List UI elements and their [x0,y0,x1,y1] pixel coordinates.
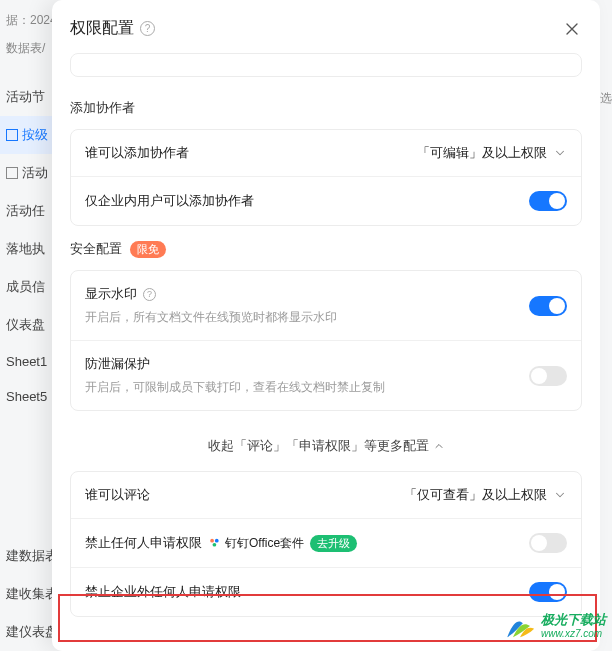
permission-panel: 权限配置 ? 添加协作者 谁可以添加协作者 「可编辑」及以上权限 仅企业内用户可… [52,0,600,651]
bg-breadcrumb: 数据表/ [0,36,51,61]
leak-label: 防泄漏保护 [85,355,385,373]
free-badge: 限免 [130,241,166,258]
forbid-any-request-toggle[interactable] [529,533,567,553]
card-placeholder [70,53,582,77]
forbid-any-request-label: 禁止任何人申请权限 钉钉Office套件 去升级 [85,534,357,552]
bg-create-item[interactable]: 建收集表 [0,575,52,613]
internal-only-label: 仅企业内用户可以添加协作者 [85,192,254,210]
bg-sheet-item[interactable]: Sheet5 [0,379,52,414]
forbid-external-request-row: 禁止企业外任何人申请权限 [71,567,581,616]
more-card: 谁可以评论 「仅可查看」及以上权限 禁止任何人申请权限 钉钉Office套件 去… [70,471,582,617]
chevron-down-icon [553,488,567,502]
bg-create-item[interactable]: 建数据表 [0,537,52,575]
who-can-comment-row[interactable]: 谁可以评论 「仅可查看」及以上权限 [71,472,581,518]
watermark-label: 显示水印 ? [85,285,337,303]
internal-only-row: 仅企业内用户可以添加协作者 [71,176,581,225]
forbid-any-request-row: 禁止任何人申请权限 钉钉Office套件 去升级 [71,518,581,567]
security-card: 显示水印 ? 开启后，所有文档文件在线预览时都将显示水印 防泄漏保护 开启后，可… [70,270,582,411]
bg-edge-text: 选 [600,90,612,107]
svg-point-1 [215,539,219,543]
collapse-more-link[interactable]: 收起「评论」「申请权限」等更多配置 [70,425,582,471]
section-title-security: 安全配置 限免 [70,240,582,258]
svg-point-2 [213,543,217,547]
internal-only-toggle[interactable] [529,191,567,211]
bg-create-item[interactable]: 建仪表盘 [0,613,52,651]
bg-sheet-item[interactable]: 活动节 [0,78,52,116]
help-icon[interactable]: ? [143,288,156,301]
leak-toggle[interactable] [529,366,567,386]
dingtalk-icon [208,536,222,550]
bg-sheet-item[interactable]: Sheet1 [0,344,52,379]
who-can-add-value: 「可编辑」及以上权限 [417,144,567,162]
chevron-up-icon [433,440,445,452]
svg-point-0 [210,539,214,543]
who-can-comment-label: 谁可以评论 [85,486,150,504]
chevron-down-icon [553,146,567,160]
bg-sheet-item[interactable]: 仪表盘 [0,306,52,344]
who-can-comment-value: 「仅可查看」及以上权限 [404,486,567,504]
who-can-add-row[interactable]: 谁可以添加协作者 「可编辑」及以上权限 [71,130,581,176]
watermark-row: 显示水印 ? 开启后，所有文档文件在线预览时都将显示水印 [71,271,581,340]
help-icon[interactable]: ? [140,21,155,36]
bg-sheet-item[interactable]: 按级 [0,116,52,154]
who-can-add-label: 谁可以添加协作者 [85,144,189,162]
leak-row: 防泄漏保护 开启后，可限制成员下载打印，查看在线文档时禁止复制 [71,340,581,410]
bg-bottom-list: 建数据表建收集表建仪表盘 [0,537,52,651]
close-icon[interactable] [562,19,582,39]
forbid-external-request-toggle[interactable] [529,582,567,602]
dingtalk-office-suite: 钉钉Office套件 [208,535,304,552]
bg-sheet-item[interactable]: 落地执 [0,230,52,268]
panel-title: 权限配置 ? [70,18,155,39]
bg-sheet-item[interactable]: 成员信 [0,268,52,306]
panel-header: 权限配置 ? [70,18,582,39]
collab-card: 谁可以添加协作者 「可编辑」及以上权限 仅企业内用户可以添加协作者 [70,129,582,226]
forbid-external-request-label: 禁止企业外任何人申请权限 [85,583,241,601]
upgrade-badge[interactable]: 去升级 [310,535,357,552]
section-title-collab: 添加协作者 [70,99,582,117]
bg-sheet-item[interactable]: 活动 [0,154,52,192]
bg-sheet-list: 活动节按级活动活动任落地执成员信仪表盘Sheet1Sheet5 [0,78,52,414]
watermark-desc: 开启后，所有文档文件在线预览时都将显示水印 [85,309,337,326]
bg-sheet-item[interactable]: 活动任 [0,192,52,230]
watermark-toggle[interactable] [529,296,567,316]
leak-desc: 开启后，可限制成员下载打印，查看在线文档时禁止复制 [85,379,385,396]
